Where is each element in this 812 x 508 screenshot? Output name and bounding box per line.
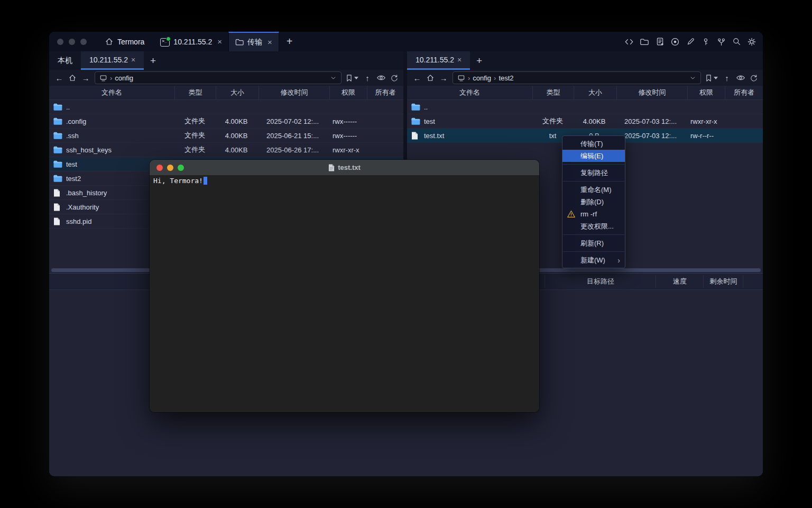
path-breadcrumb-field[interactable]: › config › test2 <box>453 71 701 84</box>
new-pane-tab-button[interactable]: + <box>470 51 488 70</box>
menu-item-edit-highlighted[interactable]: 编辑(E) <box>562 150 625 162</box>
keychain-icon[interactable] <box>716 37 726 47</box>
column-header-owner[interactable]: 所有者 <box>725 86 763 99</box>
table-row[interactable]: .. <box>407 100 763 114</box>
breadcrumb-separator: › <box>468 74 470 82</box>
record-icon[interactable] <box>670 37 680 47</box>
breadcrumb-segment[interactable]: test2 <box>499 74 513 82</box>
editor-text: Hi, Termora! <box>153 177 203 185</box>
editor-titlebar[interactable]: test.txt <box>150 160 539 175</box>
window-controls[interactable] <box>49 32 95 51</box>
submenu-arrow-icon: › <box>617 256 620 265</box>
folder-icon <box>411 103 420 111</box>
menu-item-change-permissions[interactable]: 更改权限... <box>562 220 625 232</box>
column-header-size[interactable]: 大小 <box>216 86 259 99</box>
search-icon[interactable] <box>732 37 741 47</box>
table-row[interactable]: ssh_host_keys 文件夹4.00KB2025-06-26 17:...… <box>49 143 403 157</box>
menu-separator <box>563 251 624 252</box>
back-button[interactable]: ← <box>412 74 422 83</box>
tab-remote-left[interactable]: 10.211.55.2 × <box>81 51 144 70</box>
menu-separator <box>563 181 624 182</box>
menu-item-transfer[interactable]: 传输(T) <box>562 138 625 150</box>
column-header-filename[interactable]: 文件名 <box>407 86 533 99</box>
column-header-owner[interactable]: 所有者 <box>367 86 403 99</box>
right-pane-tabs: 10.211.55.2 × + <box>407 51 763 70</box>
chevron-down-icon[interactable] <box>330 75 337 81</box>
menu-item-rename[interactable]: 重命名(M) <box>562 184 625 196</box>
titlebar-actions <box>624 32 756 51</box>
menu-item-refresh[interactable]: 刷新(R) <box>562 237 625 249</box>
folder-icon <box>411 117 420 125</box>
table-row[interactable]: .config 文件夹4.00KB2025-07-02 12:...rwx---… <box>49 114 403 129</box>
new-pane-tab-button[interactable]: + <box>144 51 162 70</box>
close-tab-icon[interactable]: × <box>267 38 272 47</box>
bookmark-button[interactable] <box>705 74 718 82</box>
column-header-filename[interactable]: 文件名 <box>49 86 175 99</box>
column-header-type[interactable]: 类型 <box>175 86 216 99</box>
column-header-target-path[interactable]: 目标路径 <box>546 274 656 289</box>
settings-gear-icon[interactable] <box>747 37 756 47</box>
column-header-perm[interactable]: 权限 <box>688 86 725 99</box>
home-button[interactable] <box>426 74 435 82</box>
folder-icon[interactable] <box>640 37 649 47</box>
refresh-icon[interactable] <box>390 74 398 82</box>
tab-remote-right[interactable]: 10.211.55.2 × <box>407 51 470 70</box>
tab-terminal-session[interactable]: >_ 10.211.55.2 × <box>154 32 228 51</box>
file-icon <box>53 203 62 211</box>
column-header-remaining-time[interactable]: 剩余时间 <box>704 274 743 289</box>
breadcrumb-segment[interactable]: config <box>115 74 133 82</box>
breadcrumb-segment[interactable]: config <box>473 74 491 82</box>
breadcrumb-separator: › <box>110 74 112 82</box>
chevron-down-icon[interactable] <box>354 77 358 79</box>
menu-item-copy-path[interactable]: 复制路径 <box>562 167 625 179</box>
column-header-speed[interactable]: 速度 <box>657 274 703 289</box>
app-tab-label: Termora <box>117 38 144 46</box>
file-icon <box>53 189 62 197</box>
tab-transfer-active[interactable]: 传输 × <box>228 32 279 51</box>
home-button[interactable] <box>68 74 77 82</box>
show-hidden-eye-icon[interactable] <box>736 74 745 81</box>
chevron-down-icon[interactable] <box>714 77 718 79</box>
close-tab-icon[interactable]: × <box>131 56 135 64</box>
editor-content[interactable]: Hi, Termora! <box>150 175 539 412</box>
chevron-down-icon[interactable] <box>689 75 696 81</box>
file-icon <box>53 217 62 225</box>
edit-icon[interactable] <box>686 37 695 47</box>
refresh-icon[interactable] <box>750 74 758 82</box>
path-breadcrumb-field[interactable]: › config <box>95 71 342 84</box>
close-tab-icon[interactable]: × <box>457 56 462 64</box>
menu-item-delete[interactable]: 删除(D) <box>562 196 625 208</box>
upload-button[interactable]: ↑ <box>722 74 732 83</box>
log-icon[interactable] <box>655 37 665 47</box>
show-hidden-eye-icon[interactable] <box>376 74 386 81</box>
tab-home[interactable]: Termora <box>95 32 154 51</box>
table-row[interactable]: .. <box>49 100 403 114</box>
column-divider[interactable] <box>545 275 545 288</box>
column-divider[interactable] <box>703 275 704 288</box>
new-tab-button[interactable]: + <box>279 32 300 51</box>
minimize-window-button[interactable] <box>69 39 75 45</box>
forward-button[interactable]: → <box>81 74 90 83</box>
upload-button[interactable]: ↑ <box>363 74 372 83</box>
zoom-window-button[interactable] <box>80 39 87 45</box>
key-icon[interactable] <box>701 37 710 47</box>
column-header-mtime[interactable]: 修改时间 <box>617 86 688 99</box>
code-icon[interactable] <box>624 37 634 47</box>
table-row[interactable]: test 文件夹4.00KB2025-07-03 12:...rwxr-xr-x <box>407 114 763 129</box>
forward-button[interactable]: → <box>439 74 448 83</box>
menu-item-rm-rf[interactable]: rm -rf <box>562 208 625 220</box>
column-header-size[interactable]: 大小 <box>574 86 617 99</box>
close-tab-icon[interactable]: × <box>217 37 222 46</box>
column-header-mtime[interactable]: 修改时间 <box>259 86 330 99</box>
bookmark-button[interactable] <box>346 74 358 82</box>
column-divider[interactable] <box>656 275 656 288</box>
close-window-button[interactable] <box>57 39 63 45</box>
menu-item-new[interactable]: 新建(W) › <box>562 254 625 266</box>
column-divider[interactable] <box>743 275 743 288</box>
back-button[interactable]: ← <box>54 74 64 83</box>
column-header-type[interactable]: 类型 <box>533 86 574 99</box>
right-pane-toolbar: ← → › config › test2 ↑ <box>407 70 763 86</box>
tab-local[interactable]: 本机 <box>49 51 81 70</box>
table-row[interactable]: .ssh 文件夹4.00KB2025-06-21 15:...rwx------ <box>49 129 403 143</box>
column-header-perm[interactable]: 权限 <box>330 86 367 99</box>
